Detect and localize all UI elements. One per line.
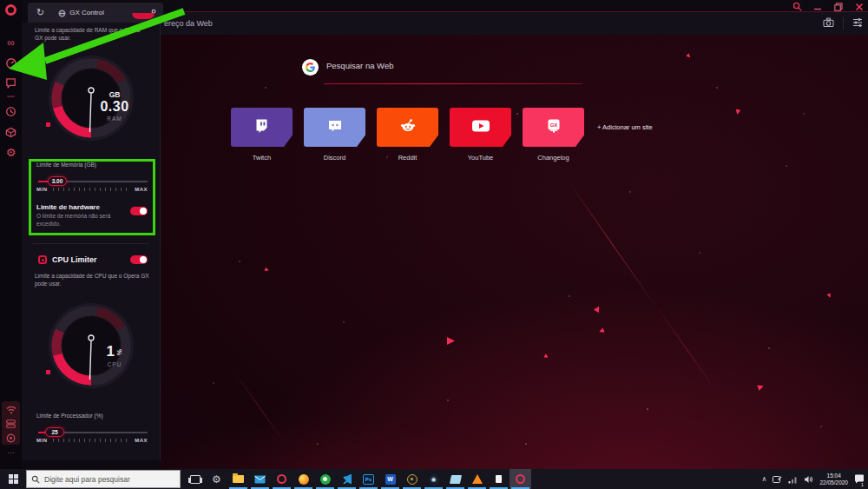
start-button[interactable] xyxy=(0,469,26,489)
tile-reddit[interactable]: Reddit xyxy=(377,108,438,162)
restore-icon[interactable] xyxy=(833,2,844,11)
target-icon[interactable] xyxy=(0,430,22,446)
search-underline xyxy=(324,83,582,84)
vscode-icon[interactable] xyxy=(336,469,358,489)
ram-gauge-value: 0.30 xyxy=(100,99,128,115)
speed-dial-page: Twitch Discord Reddit xyxy=(161,35,868,469)
history-icon[interactable] xyxy=(0,103,22,119)
screen: ↻ GX Control ereço da Web xyxy=(0,0,868,489)
add-site-button[interactable]: + Adicionar um site xyxy=(597,123,653,131)
taskbar: ⚙ Ps W ◉ ∧ xyxy=(0,469,868,489)
firefox-icon[interactable] xyxy=(293,469,314,489)
word-icon[interactable]: W xyxy=(379,469,401,489)
processor-limit-slider[interactable]: 25 xyxy=(38,427,148,438)
cpu-limiter-description: Limite a capacidade de CPU que o Opera G… xyxy=(35,273,149,287)
epic-games-icon[interactable] xyxy=(488,469,510,489)
camtasia-icon[interactable] xyxy=(314,469,336,489)
minimize-icon[interactable] xyxy=(812,2,823,11)
ram-limiter-description: Limite a capacidade de RAM que o Opera G… xyxy=(35,27,149,42)
extensions-box-icon[interactable] xyxy=(0,124,22,140)
gx-control-icon[interactable] xyxy=(0,56,22,71)
photoshop-icon[interactable]: Ps xyxy=(358,469,379,489)
changelog-gx-icon: GX xyxy=(546,118,562,137)
taskbar-search-input[interactable] xyxy=(44,475,180,484)
tray-date: 22/05/2020 xyxy=(819,479,848,486)
reload-icon[interactable]: ↻ xyxy=(36,7,44,18)
ram-gauge: GB 0.30 RAM xyxy=(43,50,139,146)
network-icon[interactable] xyxy=(788,472,798,487)
ram-gauge-unit: GB xyxy=(109,90,121,99)
taskbar-search-icon xyxy=(31,472,40,487)
cpu-gauge: 1 % CPU xyxy=(43,298,139,393)
speed-dial-tiles: Twitch Discord Reddit xyxy=(231,108,584,162)
mail-app-icon[interactable] xyxy=(249,469,271,489)
reddit-icon xyxy=(399,118,417,137)
sidebar-more-icon[interactable]: ⋯ xyxy=(0,445,22,460)
sidebar: ∞ ⚙ ⋯ xyxy=(0,0,22,469)
tile-twitch[interactable]: Twitch xyxy=(231,108,293,162)
processor-limit-value[interactable]: 25 xyxy=(45,427,64,437)
youtube-icon xyxy=(471,119,490,136)
windows-logo-icon xyxy=(9,474,18,484)
sidebar-divider xyxy=(7,96,15,97)
cpu-limiter-icon xyxy=(38,255,47,264)
cpu-limiter-title: CPU Limiter xyxy=(52,255,97,264)
cpu-gauge-value: 1 xyxy=(106,343,115,360)
tray-expand-icon[interactable]: ∧ xyxy=(762,475,767,483)
settings-app-icon[interactable]: ⚙ xyxy=(206,469,227,489)
file-explorer-icon[interactable] xyxy=(227,469,249,489)
tray-clock[interactable]: 15:04 22/05/2020 xyxy=(819,472,848,486)
ram-limiter-toggle-partial[interactable] xyxy=(132,13,155,19)
tile-youtube[interactable]: YouTube xyxy=(450,108,511,162)
tab-title: GX Control xyxy=(69,9,104,17)
twitch-icon xyxy=(254,118,269,137)
ram-gauge-label: RAM xyxy=(107,116,122,122)
close-icon[interactable] xyxy=(854,2,865,11)
cpu-gauge-label: CPU xyxy=(108,361,122,367)
address-bar[interactable]: ereço da Web xyxy=(161,12,868,35)
svg-text:GX: GX xyxy=(549,122,557,127)
easy-setup-icon[interactable] xyxy=(852,16,863,31)
racing-game-icon[interactable] xyxy=(401,469,423,489)
task-view-button[interactable] xyxy=(184,469,206,489)
vlc-icon[interactable] xyxy=(466,469,488,489)
movie-maker-icon[interactable] xyxy=(444,469,466,489)
tray-time: 15:04 xyxy=(827,472,841,479)
notification-center-icon[interactable]: 1 xyxy=(854,472,865,487)
google-logo xyxy=(302,59,319,76)
opera-browser-icon[interactable] xyxy=(271,469,293,489)
processor-limit-minmax: MINMAX xyxy=(36,438,148,443)
globe-icon xyxy=(58,5,66,21)
volume-icon[interactable] xyxy=(804,472,813,487)
processor-limit-label: Limite de Processador (%) xyxy=(36,413,151,420)
address-bar-text[interactable]: ereço da Web xyxy=(164,19,213,28)
system-tray: ∧ 15:04 22/05/2020 1 xyxy=(762,469,868,489)
messenger-icon[interactable] xyxy=(0,75,22,90)
window-controls xyxy=(792,2,865,11)
browser-search-icon[interactable] xyxy=(792,2,802,11)
steam-icon[interactable]: ◉ xyxy=(423,469,444,489)
annotation-highlight-box xyxy=(29,159,155,235)
snapshot-camera-icon[interactable] xyxy=(823,16,834,31)
panel-divider xyxy=(32,243,149,244)
cpu-limiter-toggle[interactable] xyxy=(130,255,148,264)
notification-badge: 1 xyxy=(859,482,865,488)
gx-corner-icon[interactable]: ∞ xyxy=(0,35,22,50)
tile-changelog[interactable]: GX Changelog xyxy=(523,108,584,162)
toolbar-separator xyxy=(843,17,844,30)
tile-discord[interactable]: Discord xyxy=(304,108,365,162)
cpu-gauge-unit: % xyxy=(115,348,123,354)
gx-control-panel: Limite a capacidade de RAM que o Opera G… xyxy=(22,23,161,460)
wallpaper-stars xyxy=(161,35,162,36)
opera-gx-taskbar-icon[interactable] xyxy=(510,469,531,489)
settings-gear-icon[interactable]: ⚙ xyxy=(0,144,22,160)
discord-icon xyxy=(327,119,343,136)
opera-gx-logo[interactable] xyxy=(0,2,22,17)
taskbar-search[interactable] xyxy=(26,470,181,488)
tablet-pen-icon[interactable] xyxy=(773,472,782,487)
web-search-input[interactable] xyxy=(326,61,587,70)
